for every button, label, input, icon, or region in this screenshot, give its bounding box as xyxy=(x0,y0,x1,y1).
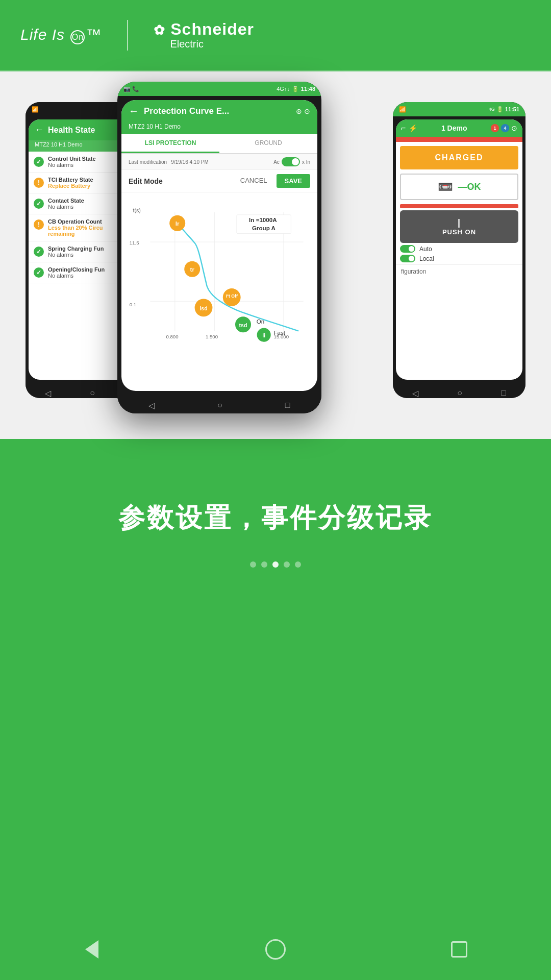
center-nav-home[interactable]: ○ xyxy=(217,401,222,410)
auto-label: Auto xyxy=(419,246,432,253)
health-icon-warn: ! xyxy=(34,178,44,188)
tab-lsi-protection[interactable]: LSI PROTECTION xyxy=(121,134,219,153)
red-band xyxy=(396,137,522,142)
right-nav-icons: ⌐ ⚡ xyxy=(401,124,417,133)
health-icon-ok: ✓ xyxy=(34,247,44,257)
dot-4[interactable] xyxy=(284,561,290,568)
last-mod-label: Last modification 9/19/16 4:10 PM xyxy=(129,159,209,165)
left-status-icons: 📶 xyxy=(32,106,39,113)
nav-back-btn[interactable]: ◁ xyxy=(45,388,51,398)
health-value-warn: Replace Battery xyxy=(48,183,93,189)
right-app-bar: ⌐ ⚡ 1 Demo 1 4 ⊙ xyxy=(396,119,522,137)
health-value-warn: Less than 20% Circuremaining xyxy=(48,225,103,237)
health-icon-warn: ! xyxy=(34,219,44,230)
push-on-label: PUSH ON xyxy=(442,228,476,236)
bluetooth-icon: ⊛ xyxy=(296,107,302,115)
health-icon-ok: ✓ xyxy=(34,199,44,209)
health-text: Opening/Closing Fun No alarms xyxy=(48,266,105,279)
device-nav-bar xyxy=(0,929,551,980)
local-label: Local xyxy=(419,255,434,262)
fast-label: Fast xyxy=(274,329,286,336)
health-value: No alarms xyxy=(48,204,84,210)
right-nav-back[interactable]: ◁ xyxy=(412,388,418,398)
dot-3-active[interactable] xyxy=(272,561,279,568)
center-time: 11:48 xyxy=(301,86,315,92)
schneider-logo: ✿ Schneider Electric xyxy=(154,20,254,50)
right-status-right: 4G 🔋 11:51 xyxy=(489,106,519,113)
health-icon-ok: ✓ xyxy=(34,267,44,278)
push-on-button[interactable]: PUSH ON xyxy=(400,210,518,243)
right-status-icons: 📶 xyxy=(399,106,406,113)
center-status-bar: 📷 📞 4G↑↓ 🔋 11:48 xyxy=(117,82,321,96)
right-screen-title: 1 Demo xyxy=(441,124,467,132)
local-toggle-row: Local xyxy=(400,255,518,262)
info-text-2: Group A xyxy=(252,225,276,231)
right-status-bar: 📶 4G 🔋 11:51 xyxy=(393,102,525,116)
center-header-icons: ⊛ ⊙ xyxy=(296,107,310,115)
nav-home-btn[interactable]: ○ xyxy=(90,388,95,398)
save-button[interactable]: SAVE xyxy=(277,174,310,188)
center-back-button[interactable]: ← xyxy=(129,105,139,117)
y-value-1: 11.5 xyxy=(130,240,139,246)
center-nav-back[interactable]: ◁ xyxy=(148,401,155,410)
local-toggle[interactable] xyxy=(400,255,415,262)
cassette-icon: 📼 xyxy=(438,180,453,194)
auto-toggle-row: Auto xyxy=(400,245,518,253)
dot-5[interactable] xyxy=(295,561,301,568)
phone-right: 📶 4G 🔋 11:51 ⌐ ⚡ 1 Demo 1 xyxy=(393,102,525,398)
dot-indicators xyxy=(250,561,301,568)
toggle-area: Ac x In xyxy=(273,157,310,166)
dot-2[interactable] xyxy=(261,561,267,568)
logo-divider xyxy=(127,20,128,51)
ok-text: —OK xyxy=(458,182,481,192)
device-back-button[interactable] xyxy=(77,934,107,965)
device-recents-button[interactable] xyxy=(444,934,474,965)
dot-1[interactable] xyxy=(250,561,256,568)
health-label: Opening/Closing Fun xyxy=(48,266,105,273)
header: Life Is On™ ✿ Schneider Electric xyxy=(0,0,551,71)
center-app-bar: ← Protection Curve E... ⊛ ⊙ xyxy=(121,100,317,122)
ok-panel: 📼 —OK xyxy=(400,174,518,200)
logo: Life Is On™ ✿ Schneider Electric xyxy=(20,20,254,51)
toggle-label-ac: Ac xyxy=(273,159,280,165)
tab-ground[interactable]: GROUND xyxy=(219,134,317,153)
notif-badge-1: 1 xyxy=(491,124,499,132)
center-screen-title: Protection Curve E... xyxy=(144,106,291,116)
center-nav-recents[interactable]: □ xyxy=(285,401,290,410)
chinese-description: 参数设置，事件分级记录 xyxy=(118,500,433,536)
health-label: Contact State xyxy=(48,198,84,204)
health-icon-ok: ✓ xyxy=(34,157,44,167)
toggle-label-in: x In xyxy=(302,159,310,165)
right-nav-home[interactable]: ○ xyxy=(457,388,462,398)
tab-bar: LSI PROTECTION GROUND xyxy=(121,134,317,154)
health-value: No alarms xyxy=(48,273,105,279)
network-icon: 4G↑↓ xyxy=(277,86,290,92)
right-nav-recents[interactable]: □ xyxy=(501,388,506,398)
right-phone-screen: ⌐ ⚡ 1 Demo 1 4 ⊙ CHARGED 📼 xyxy=(396,119,522,380)
charged-button[interactable]: CHARGED xyxy=(400,146,518,169)
breaker-icon: ⌐ xyxy=(401,124,406,133)
auto-toggle[interactable] xyxy=(400,245,415,253)
phone-center: 📷 📞 4G↑↓ 🔋 11:48 ← Protection Curve E...… xyxy=(117,82,321,413)
health-value: No alarms xyxy=(48,162,96,168)
right-network-icon: 4G xyxy=(489,107,495,112)
ac-toggle[interactable] xyxy=(282,157,300,166)
node-lr-label: lr xyxy=(176,220,180,227)
config-label: figuration xyxy=(401,268,426,275)
edit-mode-bar: Edit Mode CANCEL SAVE xyxy=(121,170,317,192)
person-icon: ⚡ xyxy=(409,124,417,132)
left-back-button[interactable]: ← xyxy=(35,125,44,135)
node-tsd-label: tsd xyxy=(239,322,247,328)
device-home-button[interactable] xyxy=(260,934,291,965)
cancel-button[interactable]: CANCEL xyxy=(235,174,272,188)
node-i2toff-label: I²t Off xyxy=(226,293,238,299)
right-battery-icon: 🔋 xyxy=(496,106,504,113)
red-banner xyxy=(400,204,518,208)
health-text: TCI Battery State Replace Battery xyxy=(48,177,93,189)
edit-mode-label: Edit Mode xyxy=(129,177,163,185)
edit-actions: CANCEL SAVE xyxy=(235,174,310,188)
center-phone-screen: ← Protection Curve E... ⊛ ⊙ MTZ2 10 H1 D… xyxy=(121,100,317,391)
health-value: No alarms xyxy=(48,252,104,258)
info-text-1: In =1000A xyxy=(249,216,277,223)
chart-svg: t(s) 11.5 0.1 0.800 1.500 15.000 xyxy=(126,197,313,352)
